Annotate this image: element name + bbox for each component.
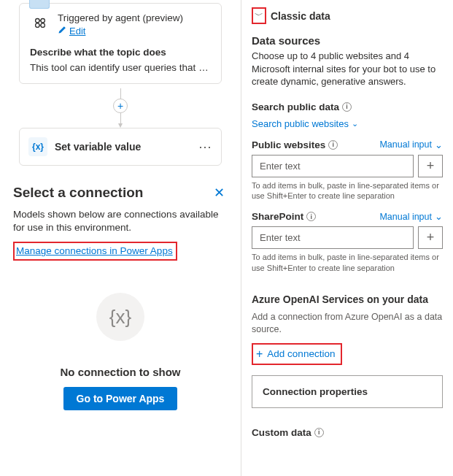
empty-state-text: No connection to show xyxy=(61,366,181,378)
chevron-down-icon: ⌄ xyxy=(435,139,443,150)
add-connection-button[interactable]: + Add connection xyxy=(256,348,335,361)
search-public-heading: Search public data i xyxy=(252,101,443,112)
sharepoint-heading: SharePoint i xyxy=(252,211,316,222)
manage-connections-link[interactable]: Manage connections in Power Apps xyxy=(16,245,173,256)
select-connection-desc: Models shown below are connections avail… xyxy=(13,208,228,234)
bulk-hint: To add items in bulk, paste in line-sepa… xyxy=(252,252,443,273)
manual-input-toggle[interactable]: Manual input ⌄ xyxy=(379,139,443,150)
pencil-icon xyxy=(58,25,66,37)
chevron-down-icon[interactable]: ﹀ xyxy=(255,10,263,20)
edit-link[interactable]: Edit xyxy=(69,26,85,37)
chevron-down-icon: ⌄ xyxy=(435,211,443,222)
svg-point-3 xyxy=(41,23,44,27)
highlight-box-manage: Manage connections in Power Apps xyxy=(13,242,177,261)
search-public-link-text: Search public websites xyxy=(252,118,349,129)
search-public-websites-link[interactable]: Search public websites ⌄ xyxy=(252,118,443,129)
sharepoint-label: SharePoint xyxy=(252,211,303,222)
agent-icon xyxy=(30,12,50,33)
info-icon[interactable]: i xyxy=(328,140,338,150)
describe-value: This tool can identify user queries that… xyxy=(30,62,211,73)
connection-properties-box[interactable]: Connection properties xyxy=(252,375,443,408)
info-icon[interactable]: i xyxy=(306,212,316,221)
collapsed-node-tab[interactable] xyxy=(29,0,50,9)
action-card[interactable]: {x} Set variable value ⋯ xyxy=(19,128,222,166)
add-node-button[interactable]: + xyxy=(113,99,128,113)
bulk-hint: To add items in bulk, paste in line-sepa… xyxy=(252,180,443,201)
manual-input-toggle[interactable]: Manual input ⌄ xyxy=(379,211,443,222)
variable-icon: {x} xyxy=(28,137,47,156)
trigger-title: Triggered by agent (preview) xyxy=(58,12,211,23)
data-sources-heading: Data sources xyxy=(252,34,443,47)
add-item-button[interactable]: + xyxy=(418,226,443,249)
custom-data-heading: Custom data i xyxy=(252,427,443,438)
sharepoint-input[interactable] xyxy=(252,226,414,249)
svg-point-0 xyxy=(36,19,40,23)
chevron-down-icon: ⌄ xyxy=(352,119,358,128)
info-icon[interactable]: i xyxy=(314,428,324,437)
info-icon[interactable]: i xyxy=(342,102,352,112)
manual-input-label: Manual input xyxy=(379,212,432,222)
connection-properties-label: Connection properties xyxy=(263,386,368,397)
search-public-label: Search public data xyxy=(252,101,339,112)
trigger-card[interactable]: Triggered by agent (preview) Edit Descri… xyxy=(19,3,222,84)
add-connection-label: Add connection xyxy=(267,348,335,359)
data-sources-desc: Choose up to 4 public websites and 4 Mic… xyxy=(252,50,443,88)
select-connection-title: Select a connection xyxy=(13,185,143,201)
describe-label: Describe what the topic does xyxy=(30,47,211,58)
go-to-power-apps-button[interactable]: Go to Power Apps xyxy=(63,387,178,410)
svg-point-1 xyxy=(41,19,44,23)
custom-data-label: Custom data xyxy=(252,427,311,438)
manual-input-label: Manual input xyxy=(379,139,432,150)
add-item-button[interactable]: + xyxy=(418,155,443,177)
azure-openai-heading: Azure OpenAI Services on your data xyxy=(252,293,443,305)
empty-variable-icon: {x} xyxy=(96,293,144,341)
azure-openai-desc: Add a connection from Azure OpenAI as a … xyxy=(252,311,443,336)
svg-point-2 xyxy=(36,23,40,27)
highlight-box-add-connection: + Add connection xyxy=(252,343,342,365)
arrow-down-icon: ▾ xyxy=(118,122,123,128)
more-menu-icon[interactable]: ⋯ xyxy=(198,139,212,155)
highlight-box-chevron: ﹀ xyxy=(252,7,266,24)
action-title: Set variable value xyxy=(55,141,191,153)
connector-line xyxy=(120,88,121,99)
public-websites-label: Public websites xyxy=(252,139,325,150)
public-websites-input[interactable] xyxy=(252,155,414,177)
close-icon[interactable]: ✕ xyxy=(211,185,228,201)
plus-icon: + xyxy=(256,348,263,361)
public-websites-heading: Public websites i xyxy=(252,139,338,150)
classic-data-header: Classic data xyxy=(271,10,330,22)
